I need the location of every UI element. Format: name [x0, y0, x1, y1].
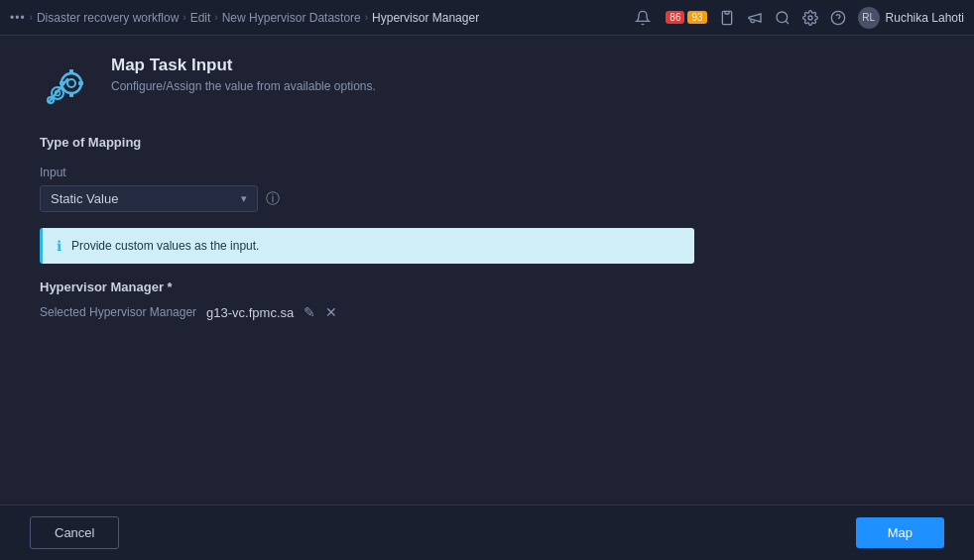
- input-group: Input Static Value ▾ ⓘ: [40, 166, 934, 212]
- alert-badges: 86 93: [663, 11, 706, 24]
- clipboard-icon[interactable]: [719, 10, 735, 26]
- input-select[interactable]: Static Value ▾: [40, 185, 258, 212]
- page-header-text: Map Task Input Configure/Assign the valu…: [111, 56, 376, 93]
- selected-hypervisor-label: Selected Hypervisor Manager: [40, 305, 196, 319]
- svg-rect-8: [69, 69, 73, 74]
- info-circle-icon: ℹ: [57, 238, 61, 254]
- edit-icon[interactable]: ✎: [304, 304, 315, 320]
- bottom-bar: Cancel Map: [0, 504, 974, 560]
- svg-point-7: [67, 79, 75, 87]
- megaphone-icon[interactable]: [747, 10, 763, 26]
- svg-rect-9: [69, 92, 73, 97]
- breadcrumb-edit[interactable]: Edit: [190, 11, 211, 25]
- hypervisor-manager-label: Hypervisor Manager *: [40, 280, 934, 294]
- user-area[interactable]: RL Ruchika Lahoti: [858, 7, 964, 29]
- type-of-mapping-label: Type of Mapping: [40, 135, 934, 150]
- username: Ruchika Lahoti: [886, 11, 964, 25]
- gear-icon-container: [40, 56, 95, 111]
- page-title: Map Task Input: [111, 56, 376, 75]
- settings-icon[interactable]: [802, 10, 818, 26]
- type-of-mapping-group: Type of Mapping: [40, 135, 934, 150]
- help-icon[interactable]: [830, 10, 846, 26]
- hypervisor-manager-group: Hypervisor Manager * Selected Hypervisor…: [40, 280, 934, 320]
- breadcrumb-disaster-recovery[interactable]: Disaster recovery workflow: [37, 11, 179, 25]
- input-info-icon[interactable]: ⓘ: [266, 190, 280, 208]
- navbar: ••• › Disaster recovery workflow › Edit …: [0, 0, 974, 36]
- breadcrumb-hypervisor-manager: Hypervisor Manager: [372, 11, 479, 25]
- chevron-down-icon: ▾: [241, 192, 247, 205]
- svg-line-2: [786, 21, 789, 24]
- map-button[interactable]: Map: [856, 517, 944, 548]
- selected-hypervisor-value: g13-vc.fpmc.sa: [206, 305, 294, 320]
- search-icon[interactable]: [775, 10, 791, 26]
- page-header: Map Task Input Configure/Assign the valu…: [40, 56, 934, 111]
- input-select-value: Static Value: [51, 191, 118, 206]
- avatar: RL: [858, 7, 880, 29]
- selected-value-row: Selected Hypervisor Manager g13-vc.fpmc.…: [40, 304, 934, 320]
- cancel-button[interactable]: Cancel: [30, 516, 119, 549]
- page-subtitle: Configure/Assign the value from availabl…: [111, 79, 376, 93]
- info-box-text: Provide custom values as the input.: [71, 239, 259, 253]
- badge-red[interactable]: 86: [666, 11, 684, 24]
- info-box: ℹ Provide custom values as the input.: [40, 228, 694, 264]
- clear-icon[interactable]: ✕: [325, 304, 337, 320]
- breadcrumb-more[interactable]: •••: [10, 11, 26, 25]
- main-content: Map Task Input Configure/Assign the valu…: [0, 36, 974, 504]
- select-wrapper: Static Value ▾ ⓘ: [40, 185, 934, 212]
- svg-rect-10: [78, 81, 83, 85]
- nav-icons: 86 93: [635, 7, 964, 29]
- breadcrumb-new-hypervisor[interactable]: New Hypervisor Datastore: [222, 11, 361, 25]
- svg-point-3: [808, 16, 812, 20]
- input-label: Input: [40, 166, 934, 179]
- svg-rect-0: [725, 11, 729, 14]
- breadcrumb: ••• › Disaster recovery workflow › Edit …: [10, 11, 635, 25]
- svg-point-1: [777, 12, 788, 23]
- notification-icon[interactable]: [635, 10, 651, 26]
- form-section: Type of Mapping Input Static Value ▾ ⓘ ℹ…: [40, 135, 934, 320]
- badge-yellow[interactable]: 93: [687, 11, 706, 24]
